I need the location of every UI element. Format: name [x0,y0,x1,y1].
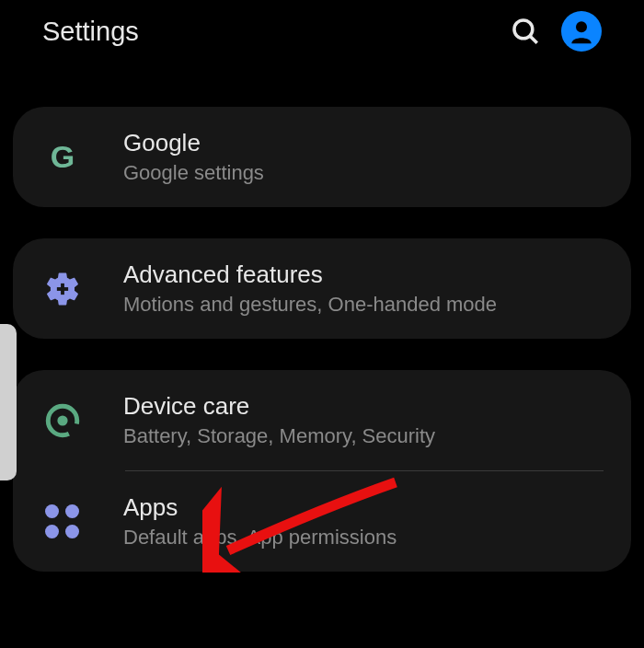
svg-line-1 [530,36,537,43]
item-title: Apps [123,493,604,522]
svg-rect-4 [57,287,68,291]
header-actions [510,11,602,52]
settings-list: G Google Google settings Advanced featur… [0,63,644,572]
svg-point-2 [576,21,587,32]
search-icon[interactable] [510,16,541,47]
gear-plus-icon [40,267,85,311]
settings-item-apps[interactable]: Apps Default apps, App permissions [13,471,631,572]
scroll-indicator[interactable] [0,324,17,480]
item-subtitle: Google settings [123,161,604,185]
item-subtitle: Motions and gestures, One-handed mode [123,293,604,317]
item-subtitle: Battery, Storage, Memory, Security [123,424,604,448]
item-text: Google Google settings [123,129,604,185]
settings-item-device-care[interactable]: Device care Battery, Storage, Memory, Se… [13,370,631,470]
settings-card: Device care Battery, Storage, Memory, Se… [13,370,631,572]
page-title: Settings [42,17,139,47]
header: Settings [0,0,644,63]
item-subtitle: Default apps, App permissions [123,526,604,550]
device-care-icon [40,399,85,443]
item-title: Device care [123,392,604,421]
profile-icon[interactable] [561,11,602,52]
item-title: Advanced features [123,260,604,289]
settings-card: G Google Google settings [13,107,631,207]
item-title: Google [123,129,604,157]
settings-item-advanced-features[interactable]: Advanced features Motions and gestures, … [13,238,631,339]
svg-point-6 [57,415,67,425]
item-text: Advanced features Motions and gestures, … [123,260,604,317]
item-text: Apps Default apps, App permissions [123,493,604,550]
settings-item-google[interactable]: G Google Google settings [13,107,631,207]
apps-icon [40,500,85,544]
svg-point-0 [514,20,533,39]
item-text: Device care Battery, Storage, Memory, Se… [123,392,604,448]
google-icon: G [40,135,85,179]
settings-card: Advanced features Motions and gestures, … [13,238,631,339]
